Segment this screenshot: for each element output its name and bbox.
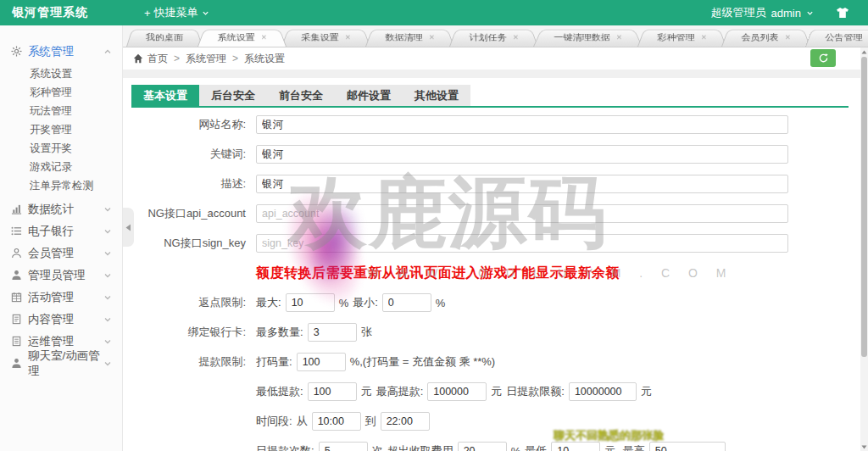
sidebar-group-数据统计[interactable]: 数据统计 <box>0 198 122 220</box>
subtab-邮件设置[interactable]: 邮件设置 <box>335 85 403 106</box>
form-row: 绑定银行卡:最多数量:张 <box>131 323 860 342</box>
subtab-后台安全[interactable]: 后台安全 <box>199 85 267 106</box>
tab-close-icon[interactable]: × <box>701 32 707 42</box>
subtab-基本设置[interactable]: 基本设置 <box>131 85 199 106</box>
min-withdraw-input[interactable] <box>308 382 357 401</box>
tab-close-icon[interactable]: × <box>513 32 519 42</box>
sidebar-item-玩法管理[interactable]: 玩法管理 <box>0 102 122 120</box>
description-input[interactable] <box>256 175 788 193</box>
form-row: NG接口api_account <box>131 204 860 223</box>
sidebar-group-电子银行[interactable]: 电子银行 <box>0 220 122 242</box>
quick-menu-button[interactable]: + 快捷菜单 <box>144 5 209 20</box>
tab-我的桌面[interactable]: 我的桌面 <box>126 30 203 47</box>
sidebar-item-注单异常检测[interactable]: 注单异常检测 <box>0 176 122 195</box>
excess-fee-input[interactable] <box>458 442 507 451</box>
sidebar-group-label: 管理员管理 <box>28 268 86 283</box>
breadcrumb: 首页>系统管理>系统设置 <box>123 47 868 70</box>
tab-text: 我的桌面 <box>146 32 183 42</box>
sidebar-group-会员管理[interactable]: 会员管理 <box>0 242 122 264</box>
tab-计划任务[interactable]: 计划任务× <box>449 30 538 47</box>
fee-min-input[interactable] <box>551 442 600 451</box>
time-from-input[interactable] <box>312 412 361 431</box>
sidebar-item-彩种管理[interactable]: 彩种管理 <box>0 83 122 102</box>
max-withdraw-input[interactable] <box>427 382 487 401</box>
tab-close-icon[interactable]: × <box>429 32 435 42</box>
bet-volume-input[interactable] <box>297 353 346 371</box>
tab-采集设置[interactable]: 采集设置× <box>281 30 370 47</box>
tab-text: 系统设置 <box>217 32 254 42</box>
tab-label: 彩种管理× <box>657 30 706 45</box>
app-window: 银河管理系统 + 快捷菜单 超级管理员 admin 系统管理系统设置彩种管理玩法… <box>0 0 868 451</box>
tab-一键清理数据[interactable]: 一键清理数据× <box>533 30 643 47</box>
tab-close-icon[interactable]: × <box>785 32 791 42</box>
field-controls: 额度转换后需要重新从视讯页面进入游戏才能显示最新余额 <box>256 264 620 282</box>
scroll-up-icon[interactable] <box>860 47 868 56</box>
sidebar-group-管理员管理[interactable]: 管理员管理 <box>0 264 122 287</box>
sidebar-item-设置开奖[interactable]: 设置开奖 <box>0 139 122 158</box>
time-to-input[interactable] <box>381 412 430 431</box>
plus-icon: + <box>144 7 151 19</box>
form-row: 时间段:从到 <box>131 412 860 431</box>
field-controls <box>256 204 788 223</box>
scrollbar-thumb[interactable] <box>861 57 867 357</box>
form-row: 返点限制:最大:%最小:% <box>131 293 860 312</box>
sidebar-group-活动管理[interactable]: 活动管理 <box>0 287 122 309</box>
tab-close-icon[interactable]: × <box>345 32 351 42</box>
tab-close-icon[interactable]: × <box>616 32 622 42</box>
sidebar: 系统管理系统设置彩种管理玩法管理开奖管理设置开奖游戏记录注单异常检测数据统计电子… <box>0 25 123 451</box>
sign-key-input[interactable] <box>256 234 788 253</box>
field-controls <box>256 234 788 253</box>
breadcrumb-item-系统管理[interactable]: 系统管理 <box>186 53 226 64</box>
theme-shirt-icon[interactable] <box>836 7 849 19</box>
tab-系统设置[interactable]: 系统设置× <box>198 30 287 47</box>
tab-公告管理[interactable]: 公告管理× <box>805 30 868 47</box>
user-menu[interactable]: 超级管理员 admin <box>711 5 814 20</box>
sidebar-group-label: 活动管理 <box>28 290 74 305</box>
sidebar-item-开奖管理[interactable]: 开奖管理 <box>0 120 122 139</box>
tab-text: 数据清理 <box>385 32 422 42</box>
tab-text: 采集设置 <box>301 32 338 42</box>
sidebar-group-聊天室/动画管理[interactable]: 聊天室/动画管理 <box>0 353 122 375</box>
sidebar-group-内容管理[interactable]: 内容管理 <box>0 309 122 331</box>
site-name-input[interactable] <box>256 115 788 134</box>
breadcrumb-item-首页[interactable]: 首页 <box>147 53 168 64</box>
tab-会员列表[interactable]: 会员列表× <box>721 30 810 47</box>
chevron-down-icon <box>103 249 112 258</box>
inline-label: 超出收取费用 <box>387 443 453 451</box>
inline-label: 打码量: <box>256 354 292 370</box>
scroll-down-icon[interactable] <box>860 443 868 451</box>
tab-数据清理[interactable]: 数据清理× <box>365 30 454 47</box>
field-controls: 最大:%最小:% <box>256 293 445 312</box>
sidebar-collapse-handle[interactable] <box>123 208 134 247</box>
vertical-scrollbar[interactable] <box>860 47 868 451</box>
api-account-input[interactable] <box>256 204 788 223</box>
inline-label: 时间段: <box>256 414 292 429</box>
daily-withdraw-times-input[interactable] <box>319 442 368 451</box>
daily-withdraw-limit-input[interactable] <box>569 382 637 401</box>
field-label: 描述: <box>131 176 246 192</box>
rebate-max-input[interactable] <box>286 293 335 312</box>
form-row: 网站名称: <box>131 115 860 134</box>
sidebar-item-游戏记录[interactable]: 游戏记录 <box>0 158 122 176</box>
breadcrumb-separator: > <box>174 53 180 64</box>
inline-label: % <box>339 297 349 309</box>
fee-max-input[interactable] <box>649 442 726 451</box>
sidebar-item-系统设置[interactable]: 系统设置 <box>0 64 122 83</box>
subtab-前台安全[interactable]: 前台安全 <box>267 85 335 106</box>
divider-band <box>123 70 868 78</box>
tab-彩种管理[interactable]: 彩种管理× <box>637 30 726 47</box>
subtab-其他设置[interactable]: 其他设置 <box>403 85 470 106</box>
tab-close-icon[interactable]: × <box>261 32 267 42</box>
sidebar-group-系统管理[interactable]: 系统管理 <box>0 41 122 63</box>
admin-user-icon <box>11 270 23 281</box>
field-label: 提款限制: <box>131 354 246 370</box>
app-title: 银河管理系统 <box>12 5 88 20</box>
bank-card-max-input[interactable] <box>308 323 357 342</box>
inline-label: 到 <box>365 414 376 429</box>
keywords-input[interactable] <box>256 145 788 164</box>
sidebar-group-label: 系统管理 <box>28 44 74 59</box>
refresh-button[interactable] <box>810 49 836 67</box>
list-icon <box>11 226 23 237</box>
breadcrumb-item-系统设置[interactable]: 系统设置 <box>244 53 285 64</box>
rebate-min-input[interactable] <box>382 293 431 312</box>
